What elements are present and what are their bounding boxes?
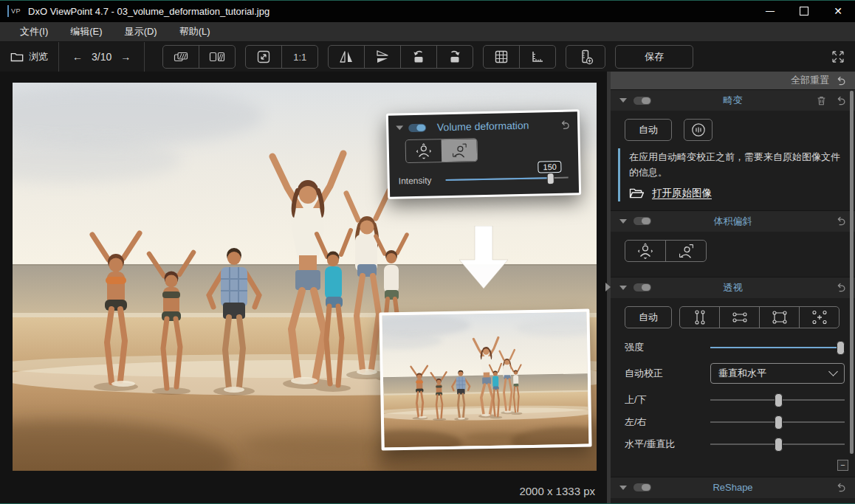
chevron-down-icon[interactable] — [619, 286, 627, 290]
left-right-slider-knob[interactable] — [775, 415, 783, 429]
measure-settings-button[interactable] — [566, 46, 605, 68]
overlay-intensity-value: 150 — [538, 161, 562, 173]
overlay-panel-title: Volume deformation — [434, 120, 532, 134]
menu-help[interactable]: 帮助(L) — [168, 25, 222, 38]
minimize-button[interactable]: — — [753, 0, 787, 22]
trash-icon[interactable] — [816, 95, 827, 106]
chevron-down-icon[interactable] — [619, 486, 627, 490]
image-area: Volume deformation Intensity 150 — [0, 72, 607, 504]
compare-button[interactable] — [163, 46, 199, 68]
browse-button[interactable]: 浏览 — [0, 50, 58, 63]
title-bar: VP DxO ViewPoint 4.7 - 03_volume_deforma… — [0, 0, 855, 22]
perspective-auto-button[interactable]: 自动 — [625, 306, 672, 328]
auto-correct-value: 垂直和水平 — [718, 367, 830, 380]
person-diagonal-icon — [678, 243, 694, 259]
split-view-button[interactable] — [199, 46, 235, 68]
reshape-toggle[interactable] — [633, 483, 651, 491]
open-original-button[interactable]: 打开原始图像 — [629, 187, 845, 200]
undo-icon — [835, 75, 846, 86]
rotate-left-button[interactable] — [400, 46, 436, 68]
chevron-down-icon[interactable] — [619, 219, 627, 224]
chevron-down-icon[interactable] — [619, 98, 627, 103]
ruler-gear-icon — [577, 49, 594, 65]
fit-screen-button[interactable] — [246, 46, 281, 68]
next-image-button[interactable]: → — [120, 51, 131, 63]
inset-corrected-photo — [379, 309, 591, 451]
lens-profile-button[interactable] — [684, 119, 712, 141]
main-content: Volume deformation Intensity 150 — [0, 72, 855, 504]
intensity-row: 强度 — [611, 337, 855, 358]
overlay-intensity-row: Intensity 150 — [389, 159, 579, 196]
undo-icon[interactable] — [835, 282, 846, 293]
photo-canvas[interactable]: Volume deformation Intensity 150 — [13, 83, 597, 471]
folder-open-icon — [629, 187, 645, 199]
volume-mode-buttons — [625, 240, 707, 262]
overlay-panel-header: Volume deformation — [388, 111, 578, 135]
undo-icon[interactable] — [835, 482, 846, 493]
collapse-sidebar-icon[interactable] — [605, 283, 611, 291]
window-border-top — [0, 0, 855, 1]
distortion-auto-button[interactable]: 自动 — [625, 119, 672, 141]
menu-edit[interactable]: 编辑(E) — [59, 25, 113, 38]
up-down-slider[interactable] — [710, 393, 845, 407]
up-down-label: 上/下 — [625, 393, 710, 407]
points-plus-icon — [811, 309, 828, 325]
eight-points-button[interactable] — [799, 307, 839, 328]
undo-icon[interactable] — [835, 215, 846, 227]
grid-icon — [494, 49, 509, 64]
actual-size-button[interactable]: 1:1 — [281, 46, 317, 68]
sidebar-scrollbar[interactable] — [850, 91, 854, 454]
undo-icon — [559, 119, 570, 130]
hv-ratio-slider-knob[interactable] — [775, 438, 783, 452]
ruler-icon — [530, 49, 545, 64]
flip-vertical-icon — [374, 49, 391, 65]
hv-ratio-slider[interactable] — [710, 438, 845, 451]
ruler-button[interactable] — [519, 46, 555, 68]
spherical-mode-button[interactable] — [625, 241, 665, 261]
rectangle-tool-button[interactable] — [759, 307, 799, 328]
intensity-slider[interactable] — [710, 341, 845, 354]
rotate-right-button[interactable] — [436, 46, 473, 68]
close-button[interactable]: ✕ — [821, 0, 855, 22]
intensity-slider-knob[interactable] — [837, 341, 845, 355]
distortion-toggle[interactable] — [633, 97, 651, 105]
nav-position: 3/10 — [92, 51, 111, 63]
spherical-mode-button — [406, 139, 442, 162]
volume-panel-body — [611, 240, 855, 277]
undo-icon[interactable] — [835, 95, 846, 106]
force-horizontal-button[interactable] — [719, 307, 759, 328]
perspective-tool-buttons — [679, 306, 839, 328]
flip-horizontal-icon — [338, 49, 354, 65]
menu-file[interactable]: 文件(I) — [9, 25, 59, 38]
fullscreen-button[interactable] — [831, 50, 845, 63]
diagonal-mode-button[interactable] — [665, 241, 706, 261]
prev-image-button[interactable]: ← — [72, 51, 83, 63]
reshape-panel-header: ReShape — [611, 477, 855, 498]
maximize-button[interactable] — [787, 0, 821, 22]
grid-button[interactable] — [484, 46, 519, 68]
chevron-down-icon — [828, 367, 838, 376]
volume-toggle[interactable] — [633, 217, 651, 225]
perspective-toggle[interactable] — [633, 283, 651, 291]
flip-horizontal-button[interactable] — [329, 46, 364, 68]
force-vertical-button[interactable] — [680, 307, 719, 328]
flip-vertical-button[interactable] — [364, 46, 400, 68]
menu-view[interactable]: 显示(D) — [114, 25, 168, 38]
maximize-icon — [800, 7, 808, 15]
auto-correct-dropdown[interactable]: 垂直和水平 — [710, 363, 845, 384]
rectangle-points-icon — [771, 309, 789, 325]
up-down-slider-knob[interactable] — [775, 393, 783, 407]
inset-beach-scene — [382, 312, 588, 448]
compare-icon — [174, 52, 188, 62]
folder-icon — [10, 52, 24, 63]
person-front-icon — [416, 142, 432, 159]
logo-text: VP — [11, 7, 21, 15]
save-button[interactable]: 保存 — [615, 45, 693, 69]
chevron-down-icon — [396, 125, 403, 130]
left-right-slider[interactable] — [710, 415, 845, 429]
overlay-slider-knob — [547, 173, 554, 184]
collapse-button[interactable]: − — [837, 460, 848, 471]
auto-correct-label: 自动校正 — [625, 367, 710, 380]
left-right-label: 左/右 — [625, 415, 710, 429]
reset-all-button[interactable]: 全部重置 — [611, 72, 855, 89]
